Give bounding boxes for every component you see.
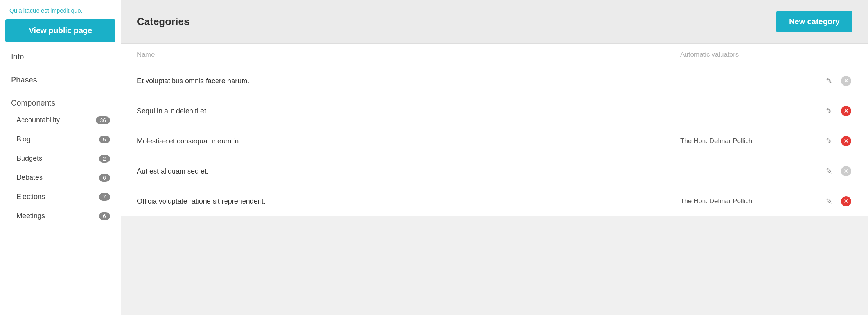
sidebar-item-accountability[interactable]: Accountability 36 bbox=[0, 111, 121, 130]
row-actions: ✕ bbox=[813, 165, 852, 177]
table-row: Officia voluptate ratione sit reprehende… bbox=[121, 186, 868, 217]
col-valuators-header: Automatic valuators bbox=[680, 51, 813, 59]
x-circle-red-icon: ✕ bbox=[841, 106, 851, 116]
row-name: Aut est aliquam sed et. bbox=[137, 167, 680, 175]
delete-button[interactable]: ✕ bbox=[840, 135, 852, 147]
delete-button[interactable]: ✕ bbox=[840, 105, 852, 117]
x-circle-icon: ✕ bbox=[841, 76, 851, 86]
sidebar-item-accountability-label: Accountability bbox=[16, 116, 60, 124]
pencil-icon bbox=[826, 76, 832, 86]
edit-button[interactable] bbox=[823, 75, 835, 87]
delete-button[interactable]: ✕ bbox=[840, 195, 852, 208]
edit-button[interactable] bbox=[823, 135, 835, 147]
row-name: Officia voluptate ratione sit reprehende… bbox=[137, 197, 680, 206]
row-actions: ✕ bbox=[813, 195, 852, 208]
categories-title: Categories bbox=[137, 16, 189, 28]
x-circle-red-icon: ✕ bbox=[841, 136, 851, 146]
table-row: Et voluptatibus omnis facere harum. ✕ bbox=[121, 66, 868, 96]
categories-header: Categories New category bbox=[121, 0, 868, 44]
table-row: Sequi in aut deleniti et. ✕ bbox=[121, 96, 868, 126]
sidebar-item-budgets-label: Budgets bbox=[16, 154, 42, 163]
new-category-button[interactable]: New category bbox=[776, 11, 852, 32]
sidebar-item-debates-label: Debates bbox=[16, 174, 43, 182]
table-row: Aut est aliquam sed et. ✕ bbox=[121, 156, 868, 186]
delete-button[interactable]: ✕ bbox=[840, 75, 852, 87]
categories-table: Name Automatic valuators Et voluptatibus… bbox=[121, 44, 868, 217]
sidebar-item-meetings[interactable]: Meetings 6 bbox=[0, 206, 121, 226]
col-name-header: Name bbox=[137, 51, 680, 59]
pencil-icon bbox=[826, 166, 832, 176]
sidebar-item-budgets-badge: 2 bbox=[99, 155, 110, 163]
edit-button[interactable] bbox=[823, 165, 835, 177]
row-name: Sequi in aut deleniti et. bbox=[137, 107, 680, 115]
pencil-icon bbox=[826, 136, 832, 146]
edit-button[interactable] bbox=[823, 105, 835, 117]
sidebar-item-blog[interactable]: Blog 5 bbox=[0, 130, 121, 149]
row-actions: ✕ bbox=[813, 135, 852, 147]
sidebar: Quia itaque est impedit quo. View public… bbox=[0, 0, 121, 315]
row-valuators: The Hon. Delmar Pollich bbox=[680, 137, 813, 145]
sidebar-nav: Info Phases Components Accountability 36… bbox=[0, 45, 121, 226]
sidebar-item-debates[interactable]: Debates 6 bbox=[0, 168, 121, 187]
x-circle-red-icon: ✕ bbox=[841, 196, 851, 206]
sidebar-item-meetings-badge: 6 bbox=[99, 212, 110, 220]
sidebar-item-debates-badge: 6 bbox=[99, 174, 110, 182]
sidebar-item-phases[interactable]: Phases bbox=[0, 68, 121, 91]
table-row: Molestiae et consequatur eum in. The Hon… bbox=[121, 126, 868, 156]
sidebar-item-meetings-label: Meetings bbox=[16, 212, 45, 220]
view-public-page-button[interactable]: View public page bbox=[5, 19, 115, 42]
sidebar-item-accountability-badge: 36 bbox=[96, 116, 110, 124]
sidebar-item-blog-label: Blog bbox=[16, 135, 31, 143]
sidebar-item-blog-badge: 5 bbox=[99, 136, 110, 143]
row-name: Et voluptatibus omnis facere harum. bbox=[137, 77, 680, 85]
delete-button[interactable]: ✕ bbox=[840, 165, 852, 177]
edit-button[interactable] bbox=[823, 195, 835, 208]
main-content: Categories New category Name Automatic v… bbox=[121, 0, 868, 315]
sidebar-item-elections-badge: 7 bbox=[99, 193, 110, 201]
pencil-icon bbox=[826, 197, 832, 206]
components-section-label: Components bbox=[0, 91, 121, 111]
sidebar-item-info[interactable]: Info bbox=[0, 45, 121, 68]
pencil-icon bbox=[826, 106, 832, 116]
row-actions: ✕ bbox=[813, 105, 852, 117]
row-valuators: The Hon. Delmar Pollich bbox=[680, 197, 813, 205]
row-actions: ✕ bbox=[813, 75, 852, 87]
sidebar-item-elections-label: Elections bbox=[16, 193, 45, 201]
table-header-row: Name Automatic valuators bbox=[121, 44, 868, 66]
sidebar-item-elections[interactable]: Elections 7 bbox=[0, 187, 121, 206]
row-name: Molestiae et consequatur eum in. bbox=[137, 137, 680, 145]
sidebar-subtitle: Quia itaque est impedit quo. bbox=[0, 0, 121, 19]
x-circle-icon: ✕ bbox=[841, 166, 851, 176]
sidebar-item-budgets[interactable]: Budgets 2 bbox=[0, 149, 121, 168]
